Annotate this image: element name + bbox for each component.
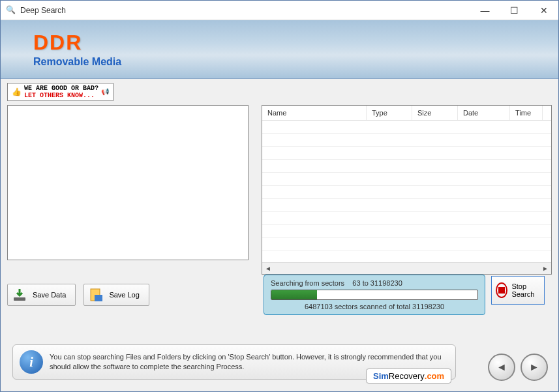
- save-data-button[interactable]: Save Data: [7, 284, 76, 306]
- save-log-button[interactable]: Save Log: [83, 284, 149, 306]
- col-date[interactable]: Date: [458, 106, 510, 120]
- logo-text: DDR: [33, 31, 121, 55]
- table-row: [262, 225, 551, 238]
- titlebar: Deep Search — ☐ ✕: [1, 1, 558, 20]
- progress-range-text: Searching from sectors 63 to 31198230: [271, 279, 478, 287]
- simrecovery-link[interactable]: SimRecovery.com: [366, 369, 451, 384]
- minimize-button[interactable]: —: [470, 1, 500, 20]
- table-row: [262, 186, 551, 199]
- feedback-button[interactable]: 👍 WE ARE GOOD OR BAD? LET OTHERS KNOW...…: [7, 83, 113, 101]
- table-row: [262, 173, 551, 186]
- maximize-button[interactable]: ☐: [500, 1, 529, 20]
- save-log-label: Save Log: [109, 291, 139, 299]
- feedback-text: WE ARE GOOD OR BAD? LET OTHERS KNOW...: [24, 85, 98, 99]
- nav-buttons: ◄ ►: [488, 354, 548, 381]
- speaker-icon: 📢: [101, 88, 109, 96]
- file-list-panel: Name Type Size Date Time: [262, 105, 552, 275]
- next-button[interactable]: ►: [521, 354, 548, 381]
- svg-rect-2: [95, 295, 102, 301]
- table-row: [262, 147, 551, 160]
- col-size[interactable]: Size: [412, 106, 458, 120]
- main-panels: Name Type Size Date Time: [7, 105, 552, 275]
- feedback-bar: 👍 WE ARE GOOD OR BAD? LET OTHERS KNOW...…: [7, 83, 552, 101]
- table-row: [262, 199, 551, 212]
- save-data-icon: [12, 287, 27, 303]
- window-controls: — ☐ ✕: [470, 1, 558, 20]
- window-title: Deep Search: [20, 6, 470, 15]
- table-row: [262, 134, 551, 147]
- table-row: [262, 212, 551, 225]
- banner: DDR Removable Media: [1, 20, 558, 79]
- close-button[interactable]: ✕: [529, 1, 558, 20]
- scroll-track[interactable]: [274, 264, 539, 273]
- stop-search-button[interactable]: Stop Search: [491, 276, 545, 305]
- thumbs-up-icon: 👍: [12, 87, 22, 97]
- progress-scanned-text: 6487103 sectors scanned of total 3119823…: [271, 303, 478, 310]
- scroll-right-icon[interactable]: ►: [539, 264, 551, 274]
- svg-rect-0: [14, 297, 25, 301]
- table-body[interactable]: [262, 121, 551, 262]
- table-row: [262, 238, 551, 251]
- progress-bar-fill: [271, 290, 317, 299]
- scroll-left-icon[interactable]: ◄: [262, 264, 274, 274]
- banner-logo: DDR Removable Media: [33, 31, 121, 68]
- table-row: [262, 160, 551, 173]
- save-data-label: Save Data: [33, 291, 66, 299]
- progress-panel: Searching from sectors 63 to 31198230 64…: [264, 275, 485, 315]
- back-button[interactable]: ◄: [488, 354, 515, 381]
- col-name[interactable]: Name: [262, 106, 367, 120]
- horizontal-scrollbar[interactable]: ◄ ►: [262, 262, 551, 274]
- stop-icon: [496, 282, 507, 298]
- app-window: Deep Search — ☐ ✕ DDR Removable Media 👍 …: [0, 0, 559, 392]
- col-time[interactable]: Time: [510, 106, 543, 120]
- col-type[interactable]: Type: [367, 106, 412, 120]
- stop-search-label: Stop Search: [511, 282, 540, 298]
- table-row: [262, 121, 551, 134]
- save-log-icon: [88, 287, 104, 303]
- logo-subtitle: Removable Media: [33, 56, 121, 68]
- info-icon: i: [20, 350, 43, 374]
- content-area: 👍 WE ARE GOOD OR BAD? LET OTHERS KNOW...…: [1, 79, 558, 391]
- progress-bar: [271, 290, 478, 300]
- app-icon: [6, 5, 16, 16]
- tree-panel[interactable]: [7, 105, 249, 260]
- table-header: Name Type Size Date Time: [262, 106, 551, 121]
